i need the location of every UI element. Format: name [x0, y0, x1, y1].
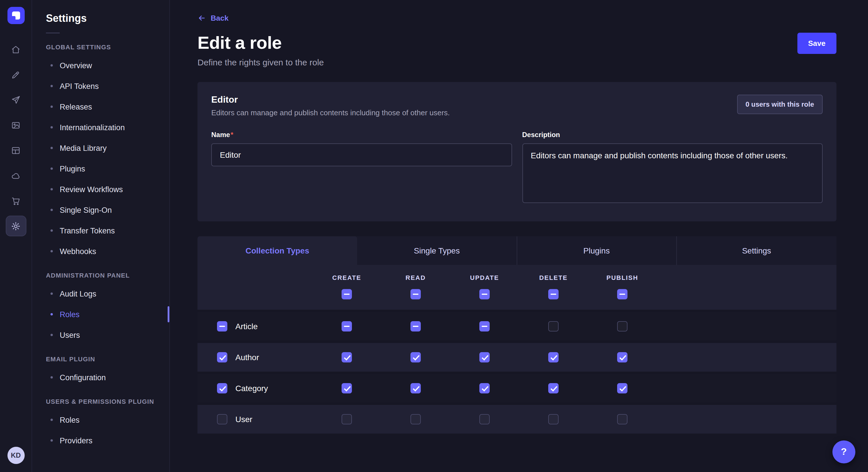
column-update: UPDATE — [450, 274, 519, 299]
header-grid: CREATE READ UPDATE DELETE — [197, 274, 836, 299]
permission-checkbox[interactable] — [617, 414, 627, 425]
sidebar-item-releases[interactable]: Releases — [46, 96, 156, 117]
permissions-rows: Article Author — [197, 312, 836, 434]
users-with-role-button[interactable]: 0 users with this role — [737, 95, 823, 114]
back-link[interactable]: Back — [197, 14, 228, 22]
permission-checkbox[interactable] — [479, 321, 490, 332]
permission-checkbox[interactable] — [479, 383, 490, 394]
sidebar-item-media-library[interactable]: Media Library — [46, 138, 156, 158]
page-subtitle: Define the rights given to the role — [197, 57, 836, 67]
sidebar-item-roles-admin[interactable]: Roles — [46, 304, 156, 325]
back-arrow-icon — [197, 14, 206, 22]
row-select-checkbox[interactable] — [217, 352, 227, 363]
cell-delete — [519, 352, 588, 363]
sidebar-item-users[interactable]: Users — [46, 325, 156, 345]
sidebar-item-transfer-tokens[interactable]: Transfer Tokens — [46, 220, 156, 241]
column-select-all-checkbox[interactable] — [342, 289, 352, 299]
cell-read — [381, 321, 450, 332]
sidebar-item-internationalization[interactable]: Internationalization — [46, 117, 156, 138]
sidebar-item-single-sign-on[interactable]: Single Sign-On — [46, 200, 156, 220]
sidebar-item-review-workflows[interactable]: Review Workflows — [46, 179, 156, 200]
section-label-users-permissions-plugin: USERS & PERMISSIONS PLUGIN — [46, 398, 156, 405]
sidebar-item-label: Configuration — [60, 373, 106, 382]
permission-checkbox[interactable] — [548, 414, 559, 425]
deploy-icon[interactable] — [5, 90, 26, 110]
sidebar-item-overview[interactable]: Overview — [46, 55, 156, 76]
section-label-administration-panel: ADMINISTRATION PANEL — [46, 272, 156, 279]
permission-checkbox[interactable] — [548, 352, 559, 363]
cell-read — [381, 383, 450, 394]
bullet-icon — [51, 313, 53, 315]
settings-gear-icon[interactable] — [5, 216, 26, 236]
column-select-all-checkbox[interactable] — [548, 289, 559, 299]
sidebar-item-label: Providers — [60, 436, 92, 445]
table-row-category: Category — [197, 374, 836, 403]
home-icon[interactable] — [5, 39, 26, 60]
avatar[interactable]: KD — [7, 447, 24, 464]
tab-collection-types[interactable]: Collection Types — [197, 236, 358, 265]
content-manager-icon[interactable] — [5, 64, 26, 85]
column-label: READ — [406, 274, 426, 281]
marketplace-icon[interactable] — [5, 191, 26, 211]
cloud-icon[interactable] — [5, 165, 26, 186]
tab-settings[interactable]: Settings — [677, 236, 837, 265]
permissions-tabs: Collection Types Single Types Plugins Se… — [197, 236, 836, 265]
sidebar-item-webhooks[interactable]: Webhooks — [46, 241, 156, 262]
name-input[interactable] — [211, 143, 512, 166]
cell-publish — [588, 321, 657, 332]
column-create: CREATE — [312, 274, 381, 299]
help-button[interactable]: ? — [832, 440, 856, 463]
bullet-icon — [51, 167, 53, 170]
tab-single-types[interactable]: Single Types — [358, 236, 517, 265]
sidebar-item-configuration[interactable]: Configuration — [46, 367, 156, 388]
permission-checkbox[interactable] — [342, 321, 352, 332]
save-button[interactable]: Save — [797, 33, 836, 54]
permission-checkbox[interactable] — [342, 414, 352, 425]
row-select-checkbox[interactable] — [217, 414, 227, 425]
back-label: Back — [211, 14, 228, 22]
cell-publish — [588, 414, 657, 425]
description-field-label: Description — [522, 131, 823, 139]
sidebar-item-roles-up[interactable]: Roles — [46, 409, 156, 430]
permission-checkbox[interactable] — [479, 352, 490, 363]
name-label-text: Name — [211, 131, 230, 139]
tab-plugins[interactable]: Plugins — [517, 236, 677, 265]
sidebar-item-api-tokens[interactable]: API Tokens — [46, 76, 156, 96]
permission-checkbox[interactable] — [548, 383, 559, 394]
sidebar-item-plugins[interactable]: Plugins — [46, 158, 156, 179]
bullet-icon — [51, 250, 53, 252]
title-row: Edit a role Save — [197, 33, 836, 54]
permission-checkbox[interactable] — [342, 352, 352, 363]
permission-checkbox[interactable] — [410, 321, 421, 332]
column-select-all-checkbox[interactable] — [410, 289, 421, 299]
role-details-card: Editor Editors can manage and publish co… — [197, 82, 836, 222]
permission-checkbox[interactable] — [410, 352, 421, 363]
page-title: Edit a role — [197, 33, 282, 53]
permission-checkbox[interactable] — [410, 414, 421, 425]
permission-checkbox[interactable] — [479, 414, 490, 425]
permission-checkbox[interactable] — [548, 321, 559, 332]
column-select-all-checkbox[interactable] — [479, 289, 490, 299]
permission-checkbox[interactable] — [617, 321, 627, 332]
sidebar-item-label: Review Workflows — [60, 185, 123, 194]
bullet-icon — [51, 147, 53, 149]
permission-checkbox[interactable] — [410, 383, 421, 394]
column-select-all-checkbox[interactable] — [617, 289, 627, 299]
row-label-cell: Category — [197, 383, 312, 394]
row-select-checkbox[interactable] — [217, 321, 227, 332]
question-mark-icon: ? — [841, 446, 847, 458]
permission-checkbox[interactable] — [617, 352, 627, 363]
sidebar-item-audit-logs[interactable]: Audit Logs — [46, 283, 156, 304]
icon-rail: KD — [0, 0, 32, 472]
content-type-builder-icon[interactable] — [5, 140, 26, 161]
cell-publish — [588, 352, 657, 363]
media-library-icon[interactable] — [5, 115, 26, 135]
strapi-logo-icon[interactable] — [7, 7, 24, 24]
permission-checkbox[interactable] — [617, 383, 627, 394]
row-select-checkbox[interactable] — [217, 383, 227, 394]
description-textarea[interactable]: Editors can manage and publish contents … — [522, 143, 823, 203]
section-label-email-plugin: EMAIL PLUGIN — [46, 356, 156, 363]
cell-read — [381, 352, 450, 363]
sidebar-item-providers[interactable]: Providers — [46, 430, 156, 451]
permission-checkbox[interactable] — [342, 383, 352, 394]
